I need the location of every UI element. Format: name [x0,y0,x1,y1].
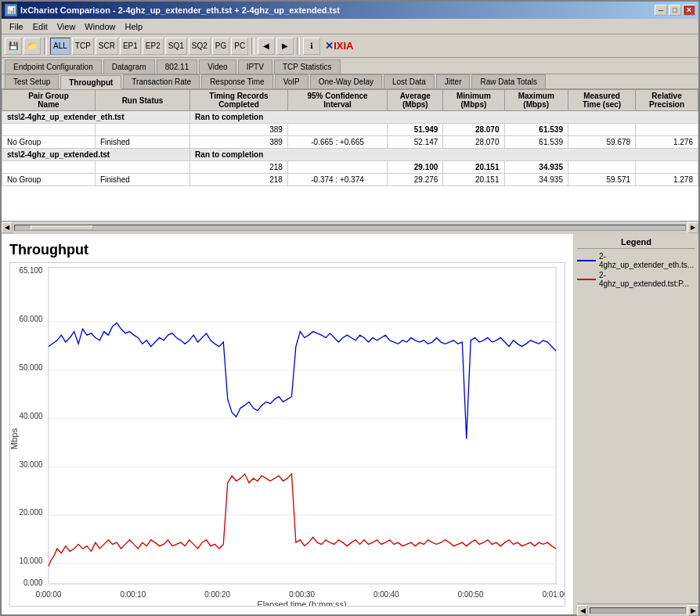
svg-text:0.000: 0.000 [23,578,43,587]
app-icon: 📊 [5,4,17,16]
filter-tcp-button[interactable]: TCP [72,38,94,55]
row1s-status: Finished [95,136,189,149]
open-button[interactable]: 📁 [23,38,41,55]
row1-confidence [287,124,387,136]
nav-forward-button[interactable]: ▶ [276,38,294,55]
tab-endpoint-config[interactable]: Endpoint Configuration [5,59,102,74]
tab-test-setup[interactable]: Test Setup [5,74,59,88]
row1-average: 51.949 [388,124,443,136]
row2-records: 218 [190,161,288,174]
row1-precision [636,124,698,136]
tab-jitter[interactable]: Jitter [436,74,471,88]
chart-svg: 65.100 60.000 50.000 40.000 30.000 20.00… [10,263,565,606]
tab-datagram[interactable]: Datagram [103,59,155,74]
filter-sq1-button[interactable]: SQ1 [165,38,187,55]
table-row: 389 51.949 28.070 61.539 [2,124,698,136]
tab-tcp-statistics[interactable]: TCP Statistics [274,59,341,74]
info-button[interactable]: ℹ [303,38,320,55]
row2s-status: Finished [95,174,189,186]
save-button[interactable]: 💾 [5,38,22,55]
nav-back-button[interactable]: ◀ [258,38,275,55]
menu-view[interactable]: View [52,20,81,33]
row1-records: 389 [190,124,288,136]
tab-80211[interactable]: 802.11 [157,59,198,74]
menu-file[interactable]: File [5,20,28,33]
svg-text:30.000: 30.000 [19,459,42,468]
row1s-maximum: 61.539 [504,136,568,149]
legend-item-blue: 2-4ghz_up_extender_eth.ts... [577,252,695,269]
col-time: MeasuredTime (sec) [568,90,635,111]
legend-panel: Legend 2-4ghz_up_extender_eth.ts... 2-4g… [573,234,698,614]
toolbar-sep-1 [44,38,47,55]
row1-minimum: 28.070 [443,124,504,136]
row2s-precision: 1.278 [636,174,698,186]
table-scroll-wrap[interactable]: Pair GroupName Run Status Timing Records… [2,89,698,221]
maximize-button[interactable]: □ [669,5,681,16]
legend-line-blue [577,260,596,261]
table-row: sts\2-4ghz_up_extender_eth.tst Ran to co… [2,111,698,124]
menu-help[interactable]: Help [120,20,147,33]
filter-ep1-button[interactable]: EP1 [120,38,141,55]
hscroll-left-button[interactable]: ◀ [2,222,13,233]
col-timing-records: Timing RecordsCompleted [190,90,288,111]
legend-scroll-bar: ◀ ▶ [577,603,698,614]
svg-text:0:00:30: 0:00:30 [289,590,315,599]
row1-maximum: 61.539 [504,124,568,136]
svg-text:0:00:20: 0:00:20 [204,590,230,599]
menu-edit[interactable]: Edit [28,20,52,33]
table-row: sts\2-4ghz_up_extended.tst Ran to comple… [2,149,698,161]
legend-label-red: 2-4ghz_up_extended.tst:P... [599,271,695,288]
row2-time [568,161,635,174]
minimize-button[interactable]: ─ [655,5,667,16]
svg-text:40.000: 40.000 [19,412,42,420]
toolbar: 💾 📁 ALL TCP SCR EP1 EP2 SQ1 SQ2 PG PC ◀ … [2,34,698,58]
filter-pg-button[interactable]: PG [212,38,229,55]
tab-one-way-delay[interactable]: One-Way Delay [310,74,382,88]
tabs-row1-container: Endpoint Configuration Datagram 802.11 V… [2,58,698,89]
svg-text:0:00:40: 0:00:40 [373,590,399,599]
filter-scr-button[interactable]: SCR [96,38,118,55]
col-minimum: Minimum(Mbps) [443,90,504,111]
row2s-confidence: -0.374 : +0.374 [287,174,387,186]
col-run-status: Run Status [95,90,189,111]
filter-ep2-button[interactable]: EP2 [143,38,164,55]
window-controls: ─ □ ✕ [655,5,695,16]
svg-text:20.000: 20.000 [19,508,42,517]
col-confidence: 95% ConfidenceInterval [287,90,387,111]
table-area: Pair GroupName Run Status Timing Records… [2,89,698,234]
tab-voip[interactable]: VoIP [275,74,309,88]
hscroll-thumb[interactable] [31,225,93,230]
title-bar: 📊 IxChariot Comparison - 2-4ghz_up_exten… [2,2,698,19]
tab-iptv[interactable]: IPTV [238,59,272,74]
tab-transaction-rate[interactable]: Transaction Rate [123,74,200,88]
row1s-confidence: -0.665 : +0.665 [287,136,387,149]
tab-response-time[interactable]: Response Time [201,74,272,88]
close-button[interactable]: ✕ [683,5,695,16]
svg-text:0:00:50: 0:00:50 [458,590,484,599]
menu-window[interactable]: Window [80,20,120,33]
main-content: Pair GroupName Run Status Timing Records… [2,89,698,614]
svg-text:60.000: 60.000 [19,315,42,323]
tab-lost-data[interactable]: Lost Data [384,74,435,88]
main-window: 📊 IxChariot Comparison - 2-4ghz_up_exten… [0,0,700,616]
col-precision: RelativePrecision [636,90,698,111]
window-title: IxChariot Comparison - 2-4ghz_up_extende… [20,5,340,15]
row2s-time: 59.571 [568,174,635,186]
legend-scroll-left[interactable]: ◀ [577,605,588,615]
hscroll-right-button[interactable]: ▶ [687,222,698,233]
filter-sq2-button[interactable]: SQ2 [189,38,211,55]
row2s-records: 218 [190,174,288,186]
row2-minimum: 20.151 [443,161,504,174]
tab-raw-data-totals[interactable]: Raw Data Totals [471,74,546,88]
tab-video[interactable]: Video [199,59,236,74]
section2-status: Ran to completion [190,149,698,161]
tab-throughput[interactable]: Throughput [60,75,121,89]
col-average: Average(Mbps) [388,90,443,111]
filter-pc-button[interactable]: PC [231,38,248,55]
col-maximum: Maximum(Mbps) [504,90,568,111]
filter-all-button[interactable]: ALL [50,38,70,55]
row2-confidence [287,161,387,174]
table-row: No Group Finished 218 -0.374 : +0.374 29… [2,174,698,186]
row1-group [2,124,96,136]
legend-scroll-right[interactable]: ▶ [687,605,698,615]
